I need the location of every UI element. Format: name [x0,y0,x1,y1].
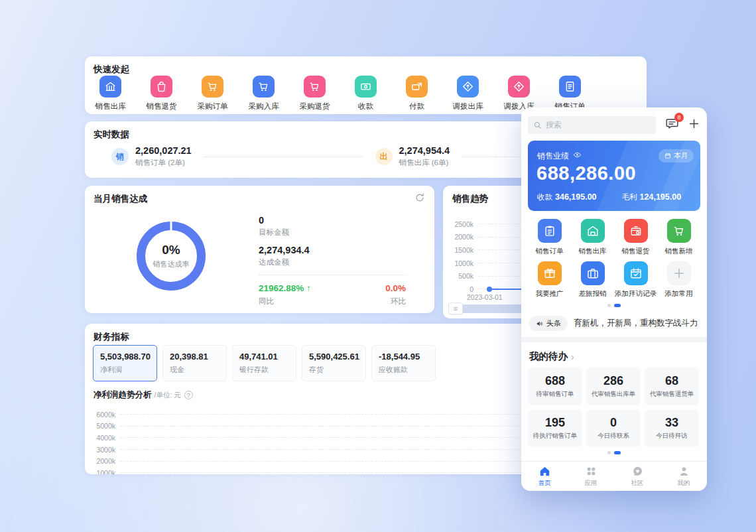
doc-icon [559,76,581,98]
refresh-icon[interactable] [414,192,425,206]
tab-bar: 首页 应用 社区 我的 [521,461,707,491]
tab-apps[interactable]: 应用 [568,462,614,491]
sales-outbound-badge: 出 [375,148,393,165]
quick-item-receive-payment[interactable]: 收款 [340,76,391,111]
cart-icon [202,76,223,98]
page-dot[interactable] [607,451,611,454]
chat-heart-icon [631,465,644,478]
quick-item-purchase-inbound[interactable]: 采购入库 [238,76,289,111]
app-grid: 销售订单 销售出库 销售退货 销售新增 我要推广 差旅报销 添加拜访记录 添加常… [528,219,700,304]
todo-grid: 688 待审销售订单 286 代审销售出库单 68 代审销售退货单 195 待执… [528,367,700,447]
gift-icon [538,261,562,285]
app-add-visit-record[interactable]: 添加拜访记录 [614,261,657,299]
todo-contacts-today[interactable]: 0 今日待联系 [586,409,641,447]
eye-icon[interactable] [573,150,582,162]
todo-pending-sales-orders[interactable]: 688 待审销售订单 [528,367,582,405]
grid-icon [585,465,598,478]
gross-profit-stat: 毛利124,195.00 [622,192,682,202]
metric-inventory[interactable]: 5,590,425.61 存货 [302,345,366,381]
finance-metric-row: 5,503,988.70 净利润 20,398.81 现金 49,741.01 … [93,345,436,381]
todo-executing-sales-orders[interactable]: 195 待执行销售订单 [528,409,582,447]
app-sales-return[interactable]: 销售退货 [614,219,657,256]
todo-pending-outbound-orders[interactable]: 286 代审销售出库单 [586,367,641,405]
finance-title: 财务指标 [94,331,129,343]
transfer-icon [457,76,479,98]
app-travel-expense[interactable]: 差旅报销 [571,261,614,299]
trend-data-point[interactable] [487,287,492,292]
quick-item-sales-order[interactable]: 销售订单 [544,76,596,111]
app-sales-outbound[interactable]: 销售出库 [571,219,614,256]
calendar-icon [664,153,671,159]
metric-cash[interactable]: 20,398.81 现金 [162,345,227,381]
quick-item-make-payment[interactable]: 付款 [391,76,442,111]
pay-icon [406,76,428,98]
period-selector[interactable]: 本月 [659,149,694,163]
quick-item-transfer-in[interactable]: 调拨入库 [493,76,544,111]
metric-net-profit[interactable]: 5,503,988.70 净利润 [93,345,157,381]
tab-home[interactable]: 首页 [521,462,568,491]
monthly-sales-card: 当月销售达成 0% 销售达成率 0 目标金额 2,274,934.4 达成金额 … [85,186,434,313]
performance-title: 销售业绩 [537,151,569,162]
suitcase-icon [581,261,605,285]
bank-icon [99,76,121,98]
net-profit-trend-header: 净利润趋势分析 /单位: 元 ? [94,389,193,401]
sales-performance-card[interactable]: 销售业绩 本月 688,286.00 收款346,195.00 毛利124,19… [528,141,700,211]
app-promote[interactable]: 我要推广 [528,261,571,299]
todo-header[interactable]: 我的待办 › [529,350,574,363]
app-sales-order[interactable]: 销售订单 [528,219,571,256]
chevron-right-icon: › [571,352,574,362]
monthly-detail: 0 目标金额 2,274,934.4 达成金额 21962.88% ↑ 同比 0… [259,215,406,306]
monthly-sales-title: 当月销售达成 [94,193,147,205]
tab-mine[interactable]: 我的 [661,462,707,491]
metric-receivables[interactable]: -18,544.95 应收账款 [371,345,436,381]
add-icon[interactable] [688,117,700,133]
realtime-stat[interactable]: 2,274,954.4 销售出库 (6单) [399,145,450,168]
sales-trend-title: 销售趋势 [452,193,488,205]
slider-handle-icon[interactable]: ≡ [448,302,463,314]
user-icon [678,465,690,478]
todo-pending-return-orders[interactable]: 68 代审销售退货单 [645,367,699,405]
achieved-amount: 2,274,934.4 [259,245,406,255]
page-dot[interactable] [607,304,611,307]
todo-visits-today[interactable]: 33 今日待拜访 [645,409,699,447]
clipboard-icon [538,219,562,243]
app-sales-new[interactable]: 销售新增 [657,219,700,256]
todo-pagination [521,451,707,454]
home-icon [538,465,551,478]
quick-item-purchase-order[interactable]: 采购订单 [187,76,238,111]
quick-item-sales-return[interactable]: 销售退货 [136,76,187,111]
headline-tag: 头条 [529,316,568,331]
sales-order-badge: 销 [111,148,129,165]
message-badge: 8 [674,113,684,122]
warehouse-icon [581,219,605,243]
page-dot-active[interactable] [614,451,621,454]
app-add-favorite[interactable]: 添加常用 [657,261,700,299]
headline-text: 育新机，开新局，重构数字战斗力 [574,318,698,329]
message-icon[interactable]: 8 [665,117,679,133]
news-ticker[interactable]: 头条 育新机，开新局，重构数字战斗力 [529,316,700,331]
speaker-icon [536,320,544,328]
cart-icon [667,219,691,243]
achievement-label: 销售达成率 [153,259,190,269]
cart-icon [253,76,275,98]
search-bar[interactable] [528,116,656,134]
realtime-stat[interactable]: 2,260,027.21 销售订单 (2单) [135,145,192,168]
quick-start-title: 快速发起 [94,64,129,76]
tab-community[interactable]: 社区 [614,462,661,491]
metric-bank-deposit[interactable]: 49,741.01 银行存款 [232,345,296,381]
mom-block: 0.0% 环比 [385,282,406,306]
mobile-app-panel: 8 销售业绩 本月 688,286.00 收款346,195.00 毛利124,… [521,107,707,491]
page-dot-active[interactable] [614,304,621,307]
help-icon[interactable]: ? [184,391,193,399]
calendar-check-icon [624,261,648,285]
cart-icon [304,76,326,98]
plus-icon [667,261,691,285]
bag-icon [151,76,172,98]
quick-item-transfer-out[interactable]: 调拨出库 [442,76,493,111]
section-divider [521,337,707,342]
search-input[interactable] [546,120,651,129]
performance-amount: 688,286.00 [536,163,636,184]
quick-item-purchase-return[interactable]: 采购退货 [289,76,340,111]
quick-item-sales-outbound[interactable]: 销售出库 [85,76,136,111]
transfer-icon [508,76,530,98]
